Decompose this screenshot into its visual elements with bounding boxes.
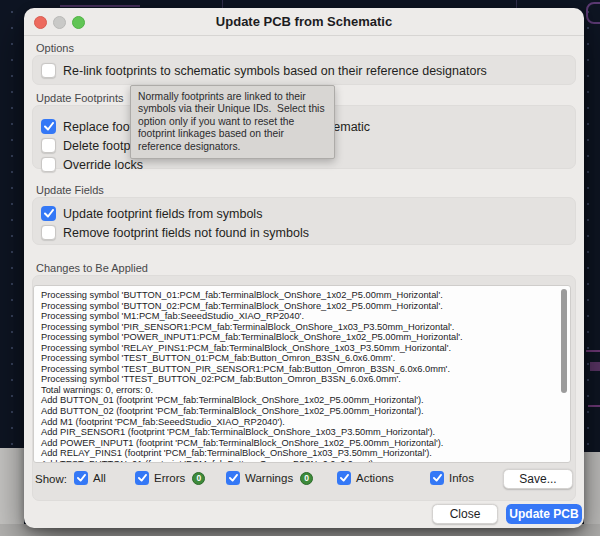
- options-group: Re-link footprints to schematic symbols …: [32, 55, 576, 85]
- filter-warnings-label: Warnings: [245, 472, 293, 484]
- log-line: Processing symbol 'PIR_SENSOR1:PCM_fab:T…: [41, 322, 564, 333]
- schematic-outline-corner: [586, 2, 600, 24]
- log-line: Processing symbol 'BUTTON_01:PCM_fab:Ter…: [41, 290, 564, 301]
- minimize-window-button[interactable]: [53, 16, 66, 29]
- filter-all: All: [74, 471, 106, 485]
- filter-all-checkbox[interactable]: [74, 471, 88, 485]
- zoom-window-button[interactable]: [72, 16, 85, 29]
- log-line: Processing symbol 'TEST_BUTTON_01:PCM_fa…: [41, 353, 564, 364]
- warnings-count-badge: 0: [300, 472, 313, 485]
- filter-warnings-checkbox[interactable]: [226, 471, 240, 485]
- relink-footprints-checkbox[interactable]: [41, 63, 56, 78]
- filter-actions-label: Actions: [356, 472, 394, 484]
- schematic-trace-fragment: [588, 405, 600, 407]
- delete-footprints-checkbox[interactable]: [41, 138, 56, 153]
- log-line: Add PIR_SENSOR1 (footprint 'PCM_fab:Term…: [41, 427, 564, 438]
- relink-footprints-label: Re-link footprints to schematic symbols …: [63, 64, 487, 78]
- override-locks-checkbox[interactable]: [41, 157, 56, 172]
- relink-tooltip: Normally footprints are linked to their …: [130, 85, 335, 159]
- background-window-left: [0, 448, 24, 536]
- close-window-button[interactable]: [34, 16, 47, 29]
- options-section-label: Options: [36, 42, 74, 54]
- schematic-trace-fragment: [590, 362, 600, 371]
- log-line: Processing symbol 'M1:PCM_fab:SeeedStudi…: [41, 311, 564, 322]
- update-fields-group: Update footprint fields from symbols Rem…: [32, 197, 576, 245]
- changes-section-label: Changes to Be Applied: [36, 262, 148, 274]
- filter-errors-checkbox[interactable]: [135, 471, 149, 485]
- filter-errors-label: Errors: [154, 472, 185, 484]
- title-bar[interactable]: Update PCB from Schematic: [24, 8, 584, 36]
- errors-count-badge: 0: [192, 472, 205, 485]
- update-fields-label: Update footprint fields from symbols: [63, 207, 262, 221]
- changes-log[interactable]: Processing symbol 'BUTTON_01:PCM_fab:Ter…: [33, 285, 571, 463]
- log-line: Add BUTTON_01 (footprint 'PCM_fab:Termin…: [41, 395, 564, 406]
- filter-infos-label: Infos: [449, 472, 474, 484]
- filter-bar: Show: All Errors 0 Warnings 0 Act: [24, 466, 568, 494]
- traffic-lights: [34, 8, 85, 36]
- log-line: Add TEST_BUTTON_01 (footprint 'PCM_fab:B…: [41, 459, 564, 463]
- update-fields-checkbox[interactable]: [41, 206, 56, 221]
- show-label: Show:: [35, 473, 67, 485]
- window-title: Update PCB from Schematic: [216, 14, 392, 29]
- log-line: Add BUTTON_02 (footprint 'PCM_fab:Termin…: [41, 406, 564, 417]
- schematic-trace-fragment: [586, 350, 600, 352]
- filter-infos-checkbox[interactable]: [430, 471, 444, 485]
- log-scrollbar-thumb[interactable]: [561, 289, 567, 393]
- filter-errors: Errors 0: [135, 471, 205, 485]
- replace-footprints-checkbox[interactable]: [41, 119, 56, 134]
- remove-fields-label: Remove footprint fields not found in sym…: [63, 226, 309, 240]
- log-line: Processing symbol 'POWER_INPUT1:PCM_fab:…: [41, 332, 564, 343]
- update-pcb-button[interactable]: Update PCB: [506, 504, 582, 524]
- update-fields-section-label: Update Fields: [36, 184, 104, 196]
- schematic-trace-fragment: [60, 5, 140, 7]
- log-line: Processing symbol 'BUTTON_02:PCM_fab:Ter…: [41, 301, 564, 312]
- remove-fields-checkbox[interactable]: [41, 225, 56, 240]
- filter-actions-checkbox[interactable]: [337, 471, 351, 485]
- log-line: Processing symbol 'RELAY_PINS1:PCM_fab:T…: [41, 343, 564, 354]
- log-line: Total warnings: 0, errors: 0.: [41, 385, 564, 396]
- log-lines: Processing symbol 'BUTTON_01:PCM_fab:Ter…: [41, 290, 564, 463]
- log-line: Add RELAY_PINS1 (footprint 'PCM_fab:Term…: [41, 448, 564, 459]
- log-line: Processing symbol 'TTEST_BUTTON_02:PCM_f…: [41, 374, 564, 385]
- override-locks-label: Override locks: [63, 158, 143, 172]
- filter-infos: Infos: [430, 471, 474, 485]
- update-pcb-dialog: Update PCB from Schematic Options Re-lin…: [24, 8, 584, 528]
- save-button[interactable]: Save...: [503, 469, 573, 489]
- update-footprints-section-label: Update Footprints: [36, 92, 123, 104]
- log-line: Add POWER_INPUT1 (footprint 'PCM_fab:Ter…: [41, 438, 564, 449]
- filter-warnings: Warnings 0: [226, 471, 313, 485]
- log-line: Processing symbol 'TEST_BUTTON_PIR_SENSO…: [41, 364, 564, 375]
- log-line: Add M1 (footprint 'PCM_fab:SeeedStudio_X…: [41, 417, 564, 428]
- filter-actions: Actions: [337, 471, 394, 485]
- filter-all-label: All: [93, 472, 106, 484]
- close-button[interactable]: Close: [432, 504, 498, 524]
